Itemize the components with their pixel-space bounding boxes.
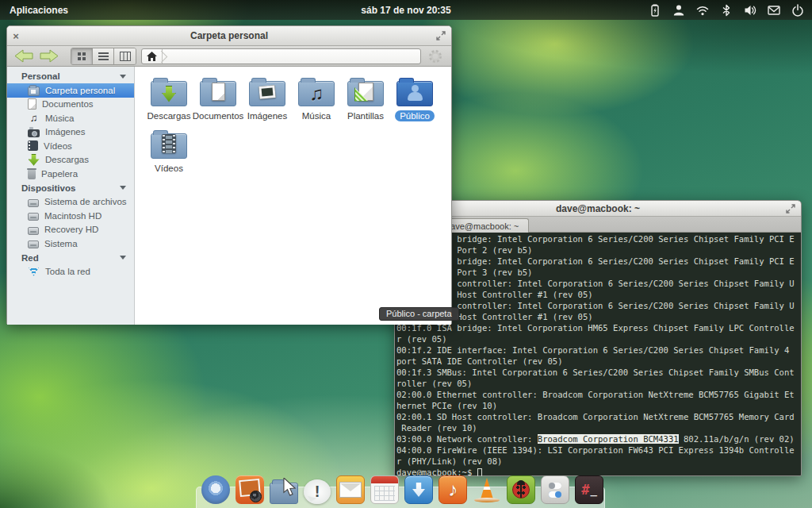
sidebar-item-label: Música [45,114,74,123]
section-label: Personal [21,71,60,81]
bluetooth-icon[interactable] [719,3,733,17]
music-emblem-icon [309,84,324,103]
network-icon [28,266,40,278]
public-emblem-icon [407,85,423,101]
dock-calendar-icon[interactable] [370,475,399,504]
terminal-line: port SATA IDE Controller (rev 05) [396,356,801,367]
files-title: Carpeta personal [7,30,451,41]
applications-menu[interactable]: Aplicaciones [0,0,78,20]
folder-icon [200,81,236,106]
terminal-output[interactable]: 00:1c.1 PCI bridge: Intel Corporation 6 … [395,233,801,476]
volume-icon[interactable] [743,3,756,17]
trash-icon [28,170,36,179]
desktop: { "panel": { "menu_label": "Aplicaciones… [0,0,812,508]
sidebar-item-label: Sistema de archivos [44,197,127,206]
file-grid[interactable]: DescargasDocumentosImágenesMúsicaPlantil… [135,67,451,325]
sidebar-item[interactable]: Documentos [7,98,134,112]
wifi-icon[interactable] [695,3,709,17]
terminal-line: roller (rev 05) [396,378,801,389]
dock-debug-icon[interactable] [507,475,535,504]
file-label: Música [297,110,335,121]
chevron-down-icon[interactable] [120,186,126,190]
drive-icon [28,199,39,207]
dock-chromium-icon[interactable] [201,475,230,504]
music-note-icon [28,112,40,124]
chevron-down-icon[interactable] [120,256,126,260]
file-icon[interactable]: Descargas [144,75,193,125]
video-emblem-icon [162,134,176,153]
files-window[interactable]: Carpeta personal [6,25,452,325]
download-emblem-icon [162,86,176,102]
sidebar-section-header[interactable]: Personal [7,69,134,83]
sidebar-item[interactable]: Carpeta personal [7,83,134,98]
column-view-button[interactable] [114,48,136,64]
file-label: Plantillas [343,110,389,121]
terminal-window[interactable]: dave@macbook: ~ dave@macbook: ~ 00:1c.1 … [394,200,802,476]
sidebar-item[interactable]: Vídeos [7,139,134,153]
camera-icon [28,129,40,137]
home-icon [147,52,157,61]
folder-icon [298,81,335,106]
power-icon[interactable] [791,3,804,17]
dock-photos-icon[interactable] [236,475,264,504]
grid-view-button[interactable] [71,48,93,64]
terminal-line: 02:00.1 SD Host controller: Broadcom Cor… [396,411,801,422]
sidebar-item[interactable]: Toda la red [7,265,134,279]
list-view-button[interactable] [93,48,114,64]
terminal-line: SB Enhanced Host Controller #1 (rev 05) [396,289,801,300]
terminal-line: 02:00.0 Ethernet controller: Broadcom Co… [396,389,801,400]
sidebar-item[interactable]: Sistema [7,237,134,251]
file-icon[interactable]: Imágenes [243,75,292,125]
settings-button[interactable] [426,48,445,65]
file-label: Documentos [188,110,249,121]
dock-mail-icon[interactable] [336,475,365,504]
terminal-titlebar[interactable]: dave@macbook: ~ [395,201,801,217]
download-arrow-icon [28,154,40,166]
user-account-icon[interactable] [672,3,685,17]
path-bar[interactable] [141,48,421,64]
sidebar-item-label: Macintosh HD [44,211,102,221]
file-icon[interactable]: Plantillas [341,75,390,125]
grid-view-icon [77,52,86,61]
file-icon[interactable]: Documentos [193,75,243,125]
terminal-line: 00:1a.0 USB controller: Intel Corporatio… [396,278,801,289]
files-titlebar[interactable]: Carpeta personal [7,26,451,46]
dock-music-icon[interactable] [439,475,467,504]
sidebar-item[interactable]: Imágenes [7,125,134,140]
dock-updates-icon[interactable] [404,475,433,504]
column-view-icon [120,52,131,61]
dock-indicator-icon[interactable] [304,479,331,504]
file-icon[interactable]: Vídeos [144,127,193,178]
files-toolbar [7,46,451,67]
battery-charging-icon[interactable] [648,3,661,17]
sidebar-item[interactable]: Macintosh HD [7,209,134,223]
sidebar-item[interactable]: Sistema de archivos [7,195,134,210]
sidebar-section-header[interactable]: Dispositivos [7,181,134,195]
dock [201,475,603,504]
maximize-icon[interactable] [435,30,446,41]
file-icon[interactable]: Público [390,75,439,125]
mail-icon[interactable] [767,3,780,17]
maximize-icon[interactable] [785,203,796,214]
list-view-icon [98,52,109,61]
close-icon[interactable] [7,26,25,45]
folder-icon [151,81,187,106]
terminal-line: r (rev 05) [396,333,801,344]
document-emblem-icon [212,83,225,101]
dock-vlc-icon[interactable] [473,475,501,504]
chevron-down-icon[interactable] [120,75,126,79]
section-label: Dispositivos [21,183,75,193]
terminal-line: xpress Root Port 2 (rev b5) [396,244,801,256]
sidebar-item[interactable]: Música [7,111,134,125]
file-icon[interactable]: Música [292,75,341,125]
sidebar-item[interactable]: Recovery HD [7,223,134,237]
sidebar-item[interactable]: Descargas [7,153,134,167]
dock-terminal-icon[interactable] [575,475,603,504]
sidebar-section-header[interactable]: Red [7,251,134,265]
dock-switchboard-icon[interactable] [541,475,569,504]
home-breadcrumb[interactable] [142,49,163,64]
forward-button[interactable] [39,48,59,64]
sidebar-item[interactable]: Papelera [7,167,134,181]
sidebar-item-label: Recovery HD [44,225,98,234]
back-button[interactable] [13,48,34,64]
